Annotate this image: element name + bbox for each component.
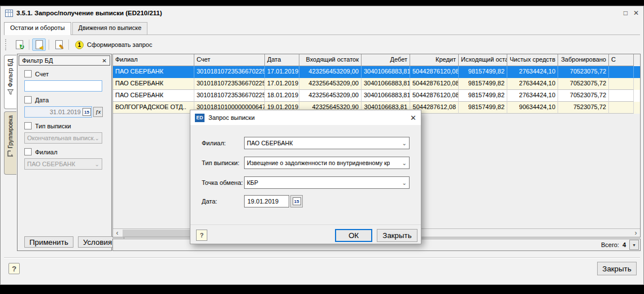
dialog-branch-label: Филиал: <box>202 140 244 146</box>
column-header[interactable]: Филиал <box>113 54 194 66</box>
column-header[interactable]: Забронировано <box>558 54 609 66</box>
dialog-date-input[interactable]: 19.01.2019 <box>244 195 289 207</box>
dialog-type-select[interactable]: Извещение о задолженности по внутридневн… <box>244 157 410 169</box>
table-cell: 30101810723536670225 <box>194 90 265 102</box>
column-header[interactable]: Кредит <box>410 54 459 66</box>
filter-panel-title: Фильтр БД <box>22 57 53 64</box>
generate-request-label: Сформировать запрос <box>87 41 152 48</box>
account-checkbox[interactable] <box>24 70 32 77</box>
branch-checkbox[interactable] <box>24 148 32 155</box>
ok-button[interactable]: ОК <box>335 229 372 242</box>
account-input[interactable] <box>24 80 102 92</box>
table-cell: ВОЛГОГРАДСКОЕ ОТД.. <box>113 102 194 114</box>
table-cell: ПАО СБЕРБАНК <box>113 66 194 78</box>
table-cell: 423256453209,00 <box>299 78 362 90</box>
fx-formula-button[interactable]: ƒx <box>93 107 103 117</box>
dialog-exchange-point-label: Точка обмена: <box>202 179 244 186</box>
filter-date-input[interactable]: 31.01.2019 15 <box>24 106 92 118</box>
scroll-right-icon[interactable]: › <box>632 230 640 237</box>
toolbar-separator <box>49 40 49 50</box>
table-cell: 30401066883,81 <box>362 78 410 90</box>
close-form-button[interactable]: Закрыть <box>597 262 637 275</box>
calendar-icon[interactable]: 15 <box>82 108 91 116</box>
table-header: ФилиалСчетДатаВходящий остатокДебетКреди… <box>113 54 640 66</box>
apply-button[interactable]: Применить <box>24 236 73 248</box>
edit-button[interactable]: ✎ <box>52 38 66 51</box>
table-cell: 30101810723536670225 <box>194 66 265 78</box>
dialog-exchange-point-select[interactable]: КБР ⌄ <box>244 176 410 189</box>
dialog-footer: ? ОК Закрыть <box>196 228 417 243</box>
column-header[interactable]: Чистых средств <box>507 54 558 66</box>
column-header[interactable]: Дата <box>265 54 299 66</box>
scroll-left-icon[interactable]: ‹ <box>113 230 121 237</box>
table-cell: 70523075,72 <box>558 90 609 102</box>
table-cell: 423256453209,00 <box>299 90 362 102</box>
sidebar-tab-grouping[interactable]: Группировка <box>4 111 16 175</box>
table-cell: 50442876120,08 <box>410 78 459 90</box>
table-row[interactable]: ПАО СБЕРБАНК3010181072353667022517.01.20… <box>113 78 640 90</box>
table-cell: 90634424,10 <box>507 102 558 114</box>
total-label: Всего: <box>601 241 619 248</box>
generate-request-button[interactable]: 1 Сформировать запрос <box>72 40 155 50</box>
table-cell: 50442876120,08 <box>410 66 459 78</box>
table-cell: 98157499,82 <box>459 78 507 90</box>
tab-movements[interactable]: Движения по выписке <box>72 22 148 34</box>
branch-value: ПАО СБЕРБАНК <box>27 161 75 167</box>
dialog-branch-value: ПАО СБЕРБАНК <box>247 140 293 146</box>
date-checkbox[interactable] <box>24 96 32 103</box>
request-statement-dialog: ED Запрос выписки ✕ Филиал: ПАО СБЕРБАНК… <box>190 110 421 244</box>
dialog-close-button[interactable]: Закрыть <box>377 229 417 242</box>
conditions-label: Условия <box>83 238 112 247</box>
filter-date-value: 31.01.2019 <box>50 109 81 115</box>
statement-type-select[interactable]: Окончательная выписк. ⌄ <box>24 132 102 144</box>
refresh-icon: ↻ <box>16 40 23 49</box>
statement-type-label: Тип выписки <box>35 123 71 129</box>
column-header[interactable]: Входящий остаток <box>299 54 362 66</box>
table-cell <box>609 66 634 78</box>
tab-balances[interactable]: Остатки и обороты <box>4 22 71 35</box>
table-cell: 50442876120,08 <box>410 90 459 102</box>
side-tab-strip: Фильтр БД Группировка <box>4 55 17 251</box>
table-cell: 18.01.2019 <box>265 90 299 102</box>
table-row[interactable]: ПАО СБЕРБАНК3010181072353667022518.01.20… <box>113 90 640 102</box>
dialog-help-button[interactable]: ? <box>196 230 207 241</box>
column-header[interactable]: Исходящий остат... <box>459 54 507 66</box>
dialog-close-icon[interactable]: ✕ <box>410 114 416 122</box>
maximize-button[interactable]: □ <box>624 9 628 17</box>
branch-select[interactable]: ПАО СБЕРБАНК ⌄ <box>24 158 102 170</box>
load-statement-button[interactable]: ◄ <box>32 38 46 51</box>
sidebar-tab-filter[interactable]: Фильтр БД <box>4 55 16 109</box>
toolbar-separator <box>29 40 29 50</box>
window-title: 3.5.1. Запрос/получение выписки (ED210/2… <box>16 10 162 16</box>
filter-panel: Фильтр БД ✕ Счет Дата <box>17 54 112 251</box>
table-cell <box>609 90 634 102</box>
column-header[interactable]: Дебет <box>362 54 410 66</box>
chevron-down-icon: ⌄ <box>402 180 407 186</box>
table-cell: 70523075,72 <box>558 78 609 90</box>
filter-panel-header: Фильтр БД ✕ <box>19 55 110 66</box>
close-window-button[interactable]: ✕ <box>633 9 639 17</box>
funnel-icon <box>7 89 14 95</box>
table-cell: 30401066883,81 <box>362 66 410 78</box>
dialog-calendar-button[interactable]: 15 <box>290 195 303 207</box>
toolbar-separator <box>68 40 69 50</box>
column-header[interactable]: Счет <box>194 54 265 66</box>
refresh-button[interactable]: ↻ <box>12 38 26 51</box>
help-button[interactable]: ? <box>8 263 20 274</box>
screen: 3.5.1. Запрос/получение выписки (ED210/2… <box>0 0 644 294</box>
statement-type-checkbox[interactable] <box>24 122 32 129</box>
load-statement-icon: ◄ <box>36 40 43 49</box>
dialog-date-label: Дата: <box>202 198 244 205</box>
filter-close-icon[interactable]: ✕ <box>102 58 107 64</box>
filter-tab-label: Фильтр БД <box>7 59 14 87</box>
grouping-tab-label: Группировка <box>7 115 14 148</box>
toolbar: ↻ ◄ ✎ 1 Сформировать запрос <box>5 37 155 52</box>
column-header[interactable]: С <box>609 54 634 66</box>
dialog-branch-select[interactable]: ПАО СБЕРБАНК ⌄ <box>244 137 410 149</box>
table-row[interactable]: ПАО СБЕРБАНК3010181072353667022517.01.20… <box>113 66 640 78</box>
total-dropdown-button[interactable]: ▼ <box>629 240 639 250</box>
grouping-icon <box>7 150 14 157</box>
table-cell: 17.01.2019 <box>265 66 299 78</box>
dialog-title-bar: ED Запрос выписки ✕ <box>190 110 421 125</box>
table-cell: 17.01.2019 <box>265 78 299 90</box>
